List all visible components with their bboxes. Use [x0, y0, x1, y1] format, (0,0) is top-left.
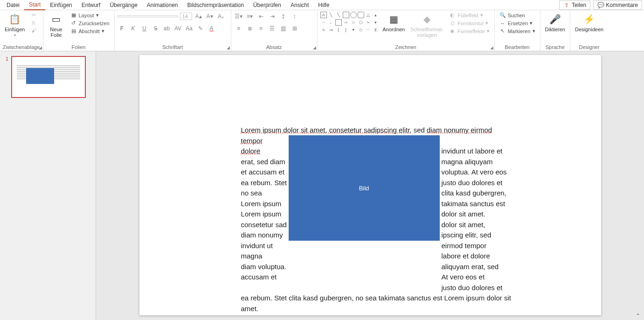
select-button[interactable]: ↖Markieren ▾: [498, 28, 537, 35]
clipboard-launcher[interactable]: ◢: [39, 45, 42, 50]
change-case-button[interactable]: Aa: [185, 24, 194, 33]
decrease-indent-button[interactable]: ⇤: [256, 12, 266, 21]
shape-star2[interactable]: ✦: [350, 27, 357, 33]
copy-button[interactable]: ⎘: [28, 20, 39, 26]
numbering-button[interactable]: ≡▾: [245, 12, 255, 21]
align-center-button[interactable]: ≣: [245, 24, 255, 33]
shape-oval[interactable]: [350, 12, 357, 18]
tab-datei[interactable]: Datei: [2, 0, 24, 10]
slide-1[interactable]: Lorem ipsum dolor sit amet, consetetur s…: [139, 55, 601, 315]
font-color-button[interactable]: A: [207, 24, 216, 33]
tab-start[interactable]: Start: [24, 0, 45, 10]
tab-ueberpruefen[interactable]: Überprüfen: [249, 0, 286, 10]
shape-square[interactable]: [335, 19, 342, 26]
font-name-input[interactable]: [118, 15, 178, 17]
dictate-label: Diktieren: [545, 27, 565, 32]
slide-thumbnail-1[interactable]: [11, 56, 86, 98]
find-button[interactable]: 🔍Suchen: [498, 12, 537, 19]
clear-format-button[interactable]: Aₓ: [216, 12, 226, 21]
tab-ansicht[interactable]: Ansicht: [286, 0, 313, 10]
cut-button[interactable]: ✂: [28, 12, 39, 19]
shape-arrow-r[interactable]: →: [320, 19, 327, 26]
format-painter-button[interactable]: 🖌: [28, 27, 39, 34]
tab-bildschirmpraesentation[interactable]: Bildschirmpräsentation: [183, 0, 249, 10]
comments-button[interactable]: 💬Kommentare: [593, 0, 642, 10]
align-right-button[interactable]: ≡: [256, 24, 266, 33]
shape-conn[interactable]: ⤷: [365, 19, 372, 26]
shape-arrow-d[interactable]: ↓: [328, 19, 334, 26]
shape-hex[interactable]: ⬡: [358, 19, 364, 26]
share-button[interactable]: ⇪Teilen: [559, 0, 590, 10]
tab-hilfe[interactable]: Hilfe: [313, 0, 334, 10]
collapse-ribbon-button[interactable]: ⌃: [636, 313, 640, 319]
reset-button[interactable]: ↺Zurücksetzen: [69, 20, 111, 27]
shapes-gallery[interactable]: A ╲ ╲ △ ▴ → ↓ ⇨ ☆ ⬡ ⤷ ▾ ∿ ↝ { } ✦: [320, 12, 379, 33]
shape-triangle[interactable]: △: [365, 12, 372, 18]
quick-styles-button[interactable]: ◆ Schnellformat- vorlagen: [409, 12, 445, 39]
paragraph-launcher[interactable]: ◢: [313, 45, 316, 50]
decrease-font-button[interactable]: A▾: [205, 12, 215, 21]
shape-curve[interactable]: ∿: [320, 27, 327, 33]
tab-einfuegen[interactable]: Einfügen: [45, 0, 76, 10]
shape-arrow[interactable]: ⇨: [343, 19, 349, 26]
shape-line[interactable]: ╲: [328, 12, 334, 18]
increase-font-button[interactable]: A▴: [194, 12, 203, 21]
shape-more[interactable]: ⋯: [365, 27, 372, 33]
image-placeholder[interactable]: Bild: [289, 135, 440, 241]
shape-rect[interactable]: [343, 12, 349, 18]
strike-button[interactable]: S̶: [151, 24, 160, 33]
t: magna aliquyam: [442, 157, 512, 167]
shapes-scroll-down[interactable]: ▾: [373, 19, 379, 26]
t: no sea: [241, 188, 288, 199]
smartart-button[interactable]: ⊞: [290, 24, 299, 33]
shadow-button[interactable]: ab: [162, 24, 172, 33]
line-spacing-button[interactable]: ‡: [279, 12, 288, 21]
shape-brace-r[interactable]: }: [343, 27, 349, 33]
tab-uebergaenge[interactable]: Übergänge: [105, 0, 142, 10]
font-launcher[interactable]: ◢: [227, 45, 230, 50]
italic-button[interactable]: K: [129, 24, 138, 33]
slide-canvas-area[interactable]: Lorem ipsum dolor sit amet, consetetur s…: [96, 51, 644, 320]
replace-button[interactable]: ↔Ersetzen ▾: [498, 20, 537, 27]
shape-star[interactable]: ☆: [350, 19, 357, 26]
font-size-input[interactable]: 14: [180, 13, 192, 20]
layout-button[interactable]: ▦Layout ▾: [69, 12, 111, 19]
clipboard-group-label: Zwischenablage: [3, 43, 40, 51]
group-paragraph: ☰▾ ≡▾ ⇤ ⇥ ‡ ↕ ≡ ≣ ≡ ☰ ▥ ⊞ Absatz ◢: [231, 10, 318, 51]
shape-callout[interactable]: ◇: [358, 27, 364, 33]
shape-curve2[interactable]: ↝: [328, 27, 334, 33]
dictate-button[interactable]: 🎤 Diktieren: [543, 12, 567, 33]
underline-button[interactable]: U: [140, 24, 149, 33]
highlight-button[interactable]: ✎: [196, 24, 205, 33]
drawing-launcher[interactable]: ◢: [490, 45, 493, 50]
design-ideas-label: Designideen: [575, 27, 603, 32]
outline-button[interactable]: ◻Formkontur ▾: [447, 20, 492, 27]
design-ideas-button[interactable]: ⚡ Designideen: [573, 12, 605, 33]
shape-rounded[interactable]: [358, 12, 364, 18]
arrange-button[interactable]: ▦ Anordnen: [381, 12, 407, 33]
reset-label: Zurücksetzen: [79, 21, 110, 26]
shape-line2[interactable]: ╲: [335, 12, 342, 18]
increase-indent-button[interactable]: ⇥: [268, 12, 277, 21]
char-spacing-button[interactable]: AV: [173, 24, 183, 33]
text-direction-button[interactable]: ↕: [290, 12, 299, 21]
effects-button[interactable]: ◉Formeffekte ▾: [447, 28, 492, 35]
justify-button[interactable]: ☰: [268, 24, 277, 33]
new-slide-button[interactable]: ▭ Neue Folie: [46, 12, 67, 39]
t: invidunt ut labore et: [442, 146, 512, 157]
search-icon: 🔍: [499, 12, 506, 18]
align-left-button[interactable]: ≡: [234, 24, 243, 33]
tab-animationen[interactable]: Animationen: [142, 0, 183, 10]
tab-entwurf[interactable]: Entwurf: [77, 0, 105, 10]
section-button[interactable]: ▤Abschnitt ▾: [69, 28, 111, 35]
shapes-scroll-up[interactable]: ▴: [373, 12, 379, 18]
shape-brace-l[interactable]: {: [335, 27, 342, 33]
bullets-button[interactable]: ☰▾: [234, 12, 243, 21]
fill-button[interactable]: ◐Fülleffekt ▾: [447, 12, 492, 19]
paste-button[interactable]: 📋 Einfügen ▾: [3, 12, 27, 38]
columns-button[interactable]: ▥: [279, 24, 288, 33]
shapes-more-button[interactable]: ⊻: [373, 27, 379, 33]
bold-button[interactable]: F: [118, 24, 127, 33]
shape-textbox[interactable]: A: [320, 12, 327, 18]
fill-label: Fülleffekt: [457, 13, 478, 18]
